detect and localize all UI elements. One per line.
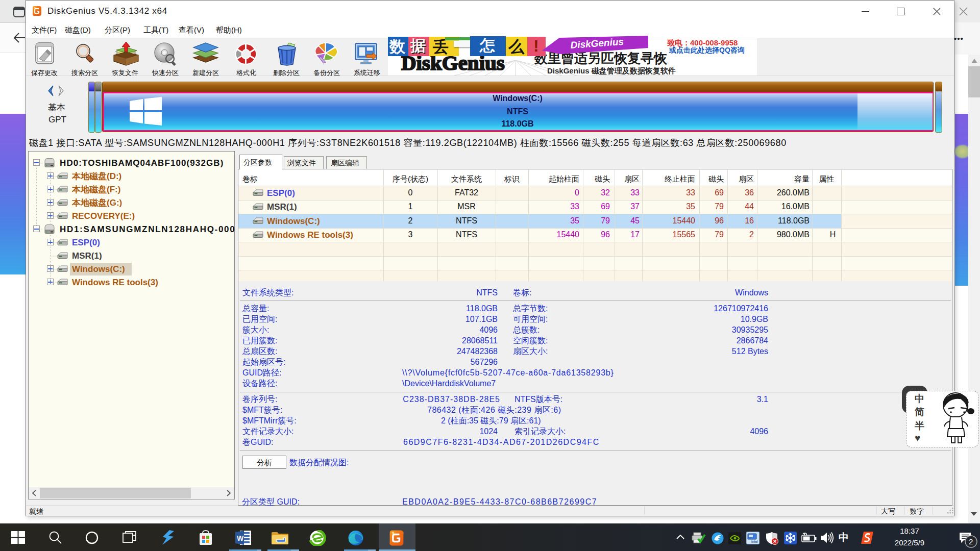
svg-text:intel: intel [751,540,758,543]
svg-text:2: 2 [969,537,973,546]
svg-text:W: W [237,534,244,542]
